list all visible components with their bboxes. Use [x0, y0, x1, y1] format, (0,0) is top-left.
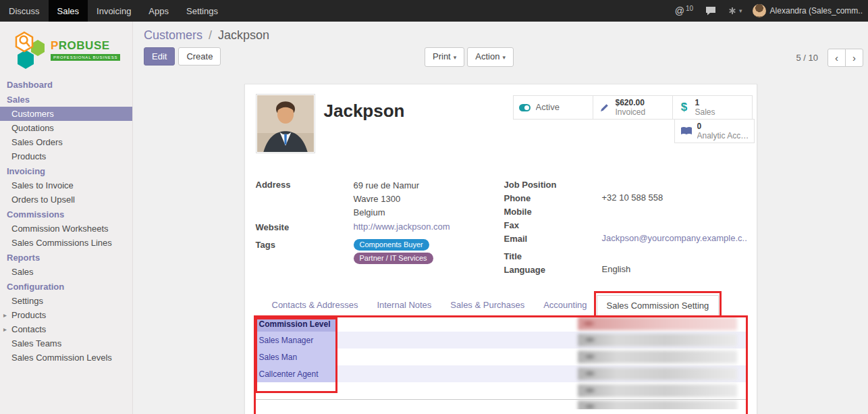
tab-internal-notes[interactable]: Internal Notes — [367, 295, 441, 315]
menu-settings[interactable]: Settings — [178, 0, 227, 22]
stat-button-sales[interactable]: 1 Sales — [672, 95, 753, 120]
tab-sales-purchases[interactable]: Sales & Purchases — [441, 295, 534, 315]
topbar-menus: Discuss Sales Invoicing Apps Settings — [0, 0, 227, 22]
commission-level-table: Commission Level Sales Manager Sales Man… — [256, 317, 746, 414]
redacted-cell-content — [578, 384, 737, 397]
book-icon — [680, 126, 693, 136]
logo-title: PROBUSE — [51, 39, 120, 53]
menu-sales[interactable]: Sales — [49, 0, 88, 22]
sidebar-item-commission-worksheets[interactable]: Commission Worksheets — [0, 222, 132, 236]
sidebar-item-settings[interactable]: Settings — [0, 294, 132, 308]
commission-level-cell[interactable]: Callcenter Agent — [256, 365, 335, 382]
breadcrumb-customers-link[interactable]: Customers — [144, 28, 202, 42]
commission-level-cell[interactable]: Sales Man — [256, 348, 335, 365]
sidebar-item-reports-sales[interactable]: Sales — [0, 265, 132, 279]
create-button[interactable]: Create — [178, 47, 221, 66]
stat-analytic-label: Analytic Acco... — [697, 131, 749, 140]
tab-label: Sales Commission Setting — [607, 301, 709, 311]
pager-previous-button[interactable]: ‹ — [828, 49, 846, 67]
sidebar-item-sales-teams[interactable]: Sales Teams — [0, 336, 132, 351]
tab-sales-commission-setting[interactable]: Sales Commission Setting — [597, 295, 720, 316]
address-label: Address — [256, 179, 354, 219]
tag-partner-it-services[interactable]: Partner / IT Services — [354, 253, 433, 264]
expand-arrow-icon[interactable] — [3, 310, 7, 320]
commission-level-column-header[interactable]: Commission Level — [256, 317, 335, 332]
pencil-icon — [599, 103, 609, 113]
sidebar-section-configuration[interactable]: Configuration — [0, 279, 132, 294]
sidebar-item-quotations[interactable]: Quotations — [0, 121, 132, 135]
sidebar-item-label: Products — [11, 310, 46, 320]
partner-photo[interactable] — [256, 94, 315, 153]
menu-invoicing[interactable]: Invoicing — [88, 0, 140, 22]
sidebar-item-config-products[interactable]: Products — [0, 308, 132, 322]
sidebar-item-sales-commission-levels[interactable]: Sales Commission Levels — [0, 351, 132, 365]
mentions-count: 10 — [686, 5, 693, 12]
commission-level-cell[interactable]: Sales Manager — [256, 332, 335, 348]
sidebar-item-products[interactable]: Products — [0, 149, 132, 163]
form-header: Jackpson Active $620.00 Invoiced — [245, 84, 757, 155]
mobile-label: Mobile — [504, 206, 602, 217]
website-link[interactable]: http://www.jackpson.com — [354, 222, 450, 232]
email-link[interactable]: Jackpson@yourcompany.example.c.. — [602, 233, 747, 243]
sidebar-item-label: Contacts — [11, 324, 46, 334]
dollar-icon — [681, 101, 687, 114]
sidebar-item-orders-to-upsell[interactable]: Orders to Upsell — [0, 192, 132, 207]
caret-down-icon: ▾ — [739, 7, 742, 14]
sidebar-section-invoicing[interactable]: Invoicing — [0, 163, 132, 178]
action-menu-button[interactable]: Action — [467, 47, 514, 67]
chat-bubble-icon — [705, 6, 716, 16]
sidebar-item-sales-to-invoice[interactable]: Sales to Invoice — [0, 178, 132, 192]
table-row[interactable]: Callcenter Agent — [256, 365, 746, 382]
sidebar-section-sales[interactable]: Sales — [0, 92, 132, 107]
tab-accounting[interactable]: Accounting — [534, 295, 596, 315]
user-avatar — [753, 4, 766, 18]
stat-invoiced-value: $620.00 — [616, 98, 646, 107]
user-menu[interactable]: Alexandra (Sales_comm.. — [749, 0, 868, 22]
top-navbar: Discuss Sales Invoicing Apps Settings 10… — [0, 0, 868, 22]
table-row[interactable]: Sales Man — [256, 348, 746, 365]
control-panel: Edit Create Print Action 5 / 10 ‹ › — [133, 47, 868, 73]
stat-sales-value: 1 — [695, 98, 715, 107]
sidebar-section-reports[interactable]: Reports — [0, 250, 132, 265]
job-position-label: Job Position — [504, 179, 602, 190]
redacted-cell-content — [578, 334, 737, 346]
sidebar-item-sales-commissions-lines[interactable]: Sales Commissions Lines — [0, 236, 132, 250]
stat-button-analytic-accounts[interactable]: 0 Analytic Acco... — [674, 119, 755, 143]
partner-form-sheet: Jackpson Active $620.00 Invoiced — [244, 84, 757, 414]
table-row-empty — [256, 382, 746, 399]
action-label: Action — [475, 51, 499, 61]
tags-value: Components Buyer Partner / IT Services — [354, 239, 433, 264]
pager-next-button[interactable]: › — [845, 49, 863, 67]
mentions-counter[interactable]: 10 — [669, 0, 699, 22]
edit-button[interactable]: Edit — [144, 47, 175, 66]
expand-arrow-icon[interactable] — [3, 324, 7, 334]
menu-apps[interactable]: Apps — [140, 0, 178, 22]
redacted-header-content — [578, 317, 737, 330]
tag-components-buyer[interactable]: Components Buyer — [354, 239, 429, 251]
sidebar-item-sales-orders[interactable]: Sales Orders — [0, 135, 132, 149]
sidebar: PROBUSE PROFESSIONAL BUSINESS Dashboard … — [0, 22, 133, 414]
title-label: Title — [504, 251, 602, 262]
print-menu-button[interactable]: Print — [425, 47, 464, 67]
app-logo[interactable]: PROBUSE PROFESSIONAL BUSINESS — [0, 22, 132, 76]
caret-down-icon — [502, 54, 506, 61]
sidebar-section-dashboard[interactable]: Dashboard — [0, 77, 132, 92]
language-label: Language — [504, 264, 602, 276]
logo-subtitle: PROFESSIONAL BUSINESS — [51, 54, 120, 61]
breadcrumb: Customers / Jackpson — [133, 22, 868, 43]
sidebar-item-config-contacts[interactable]: Contacts — [0, 322, 132, 336]
table-row[interactable]: Sales Manager — [256, 332, 746, 348]
address-value: 69 rue de Namur Wavre 1300 Belgium — [354, 179, 420, 219]
messages-button[interactable] — [699, 0, 722, 22]
stat-button-active[interactable]: Active — [513, 95, 593, 120]
address-country: Belgium — [354, 206, 420, 219]
tab-contacts-addresses[interactable]: Contacts & Addresses — [263, 295, 368, 315]
sidebar-section-commissions[interactable]: Commissions — [0, 207, 132, 222]
stat-active-label: Active — [536, 102, 560, 113]
activity-menu-button[interactable]: ▾ — [722, 0, 749, 22]
menu-discuss[interactable]: Discuss — [0, 0, 49, 22]
stat-button-invoiced[interactable]: $620.00 Invoiced — [593, 95, 673, 120]
sidebar-item-customers[interactable]: Customers — [0, 107, 132, 121]
redacted-cell-content — [578, 400, 737, 409]
breadcrumb-separator: / — [209, 28, 212, 42]
